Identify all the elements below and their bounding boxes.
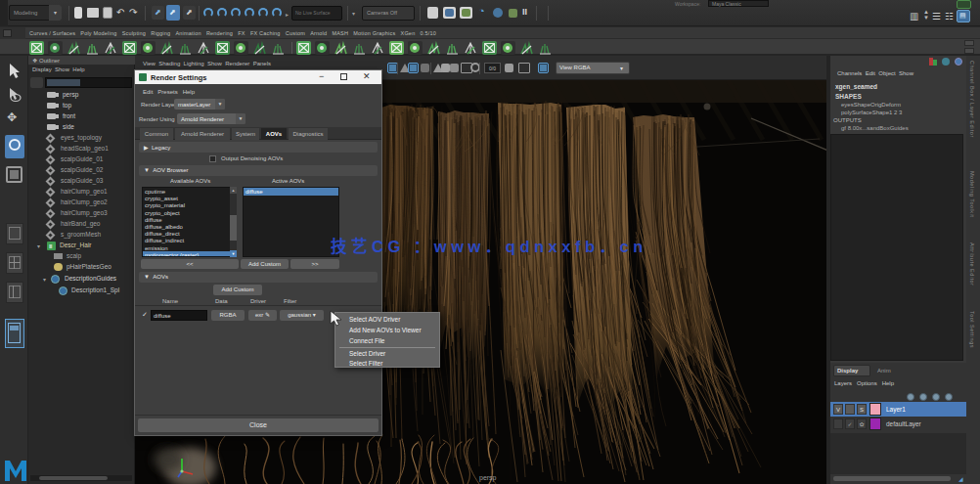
svg-text:persp: persp bbox=[479, 474, 497, 482]
